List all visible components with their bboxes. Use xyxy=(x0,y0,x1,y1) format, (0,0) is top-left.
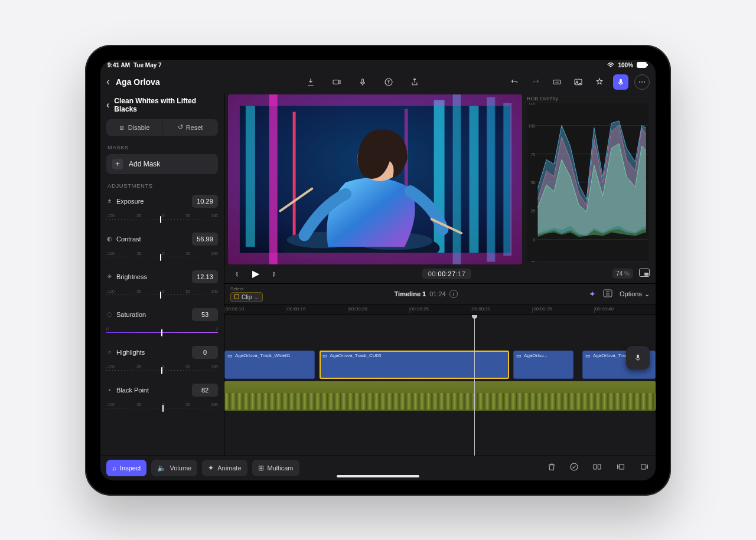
clip-label: AgaOrlova_Track_CU03 xyxy=(330,353,382,358)
scope-chart[interactable]: 1201007550250-20 xyxy=(527,103,649,262)
svg-text:75: 75 xyxy=(530,151,535,156)
undo-icon[interactable] xyxy=(507,74,522,90)
ruler-tick: 00:00:25 xyxy=(410,306,429,312)
effects-icon[interactable] xyxy=(592,74,607,90)
titles-icon[interactable] xyxy=(381,74,396,90)
camera-icon[interactable] xyxy=(329,74,344,90)
trim-end-icon[interactable] xyxy=(639,462,650,474)
tab-volume[interactable]: 🔈Volume xyxy=(151,460,197,476)
adjust-value[interactable]: 12.13 xyxy=(192,270,218,283)
adjustment-highlights: ○Highlights0-100-50050100 xyxy=(100,342,224,380)
svg-text:-20: -20 xyxy=(529,260,535,262)
import-icon[interactable] xyxy=(303,74,318,90)
svg-point-46 xyxy=(571,463,578,470)
svg-rect-49 xyxy=(619,464,624,469)
delete-icon[interactable] xyxy=(547,462,556,474)
svg-rect-2 xyxy=(333,80,338,84)
pip-icon[interactable] xyxy=(639,269,650,279)
adjust-slider[interactable]: -100-50050100 xyxy=(106,289,218,302)
timeline-options[interactable]: Options ⌄ xyxy=(620,290,650,298)
share-icon[interactable] xyxy=(407,74,422,90)
tab-inspect[interactable]: ⌕Inspect xyxy=(106,460,146,476)
timeline-clip[interactable]: ▭AgaOrlova_Track_Wide01 xyxy=(224,351,315,379)
adjust-slider[interactable]: -100-50050100 xyxy=(106,365,218,378)
enable-clip-icon[interactable] xyxy=(569,462,579,474)
zoom-display[interactable]: 74 % xyxy=(612,269,633,279)
media-icon[interactable] xyxy=(571,74,586,90)
back-button[interactable]: ‹ xyxy=(106,76,110,88)
adjustment-exposure: ±Exposure10.29-100-50050100 xyxy=(100,191,224,229)
adjust-value[interactable]: 0 xyxy=(192,346,218,359)
svg-rect-43 xyxy=(644,273,649,276)
adjust-slider[interactable]: -100-50050100 xyxy=(106,251,218,264)
playhead[interactable] xyxy=(474,315,475,456)
timeline-info-icon[interactable]: i xyxy=(449,290,458,298)
masks-section-label: MASKS xyxy=(100,142,224,153)
status-time: 9:41 AM xyxy=(107,62,130,68)
adjust-slider[interactable]: -100-50050100 xyxy=(106,402,218,415)
select-mode-label: Select xyxy=(230,286,263,292)
svg-rect-3 xyxy=(362,78,364,83)
svg-rect-1 xyxy=(647,64,648,66)
timeline-ruler[interactable]: 00:00:1000:00:1500:00:2000:00:2500:00:30… xyxy=(224,305,656,315)
timeline-duration: 01:24 xyxy=(429,290,446,297)
adjust-value[interactable]: 10.29 xyxy=(192,195,218,208)
redo-icon[interactable] xyxy=(528,74,543,90)
inspector-back-button[interactable]: ‹ xyxy=(106,100,109,110)
more-icon[interactable]: ⋯ xyxy=(634,74,650,90)
timeline-clip[interactable]: ▭AgaOrlova_Track_CU03 xyxy=(320,351,509,379)
svg-rect-48 xyxy=(598,464,601,469)
battery-percent: 100% xyxy=(618,62,633,68)
volume-icon: 🔈 xyxy=(157,464,166,472)
timeline-name: Timeline 1 xyxy=(395,290,426,297)
play-button[interactable]: ▶ xyxy=(249,267,262,280)
adjust-label: Exposure xyxy=(116,198,144,205)
adjustment-black-point: ▪Black Point82-100-50050100 xyxy=(100,380,224,418)
audio-clip[interactable] xyxy=(224,381,656,411)
plus-icon: + xyxy=(112,159,123,169)
app-header: ‹ Aga Orlova ⋯ xyxy=(100,71,656,93)
timeline-body[interactable]: ▭AgaOrlova_Track_Wide01▭AgaOrlova_Track_… xyxy=(224,315,656,456)
prev-frame-button[interactable]: ⦉ xyxy=(230,267,243,280)
project-title: Aga Orlova xyxy=(116,77,160,87)
video-viewer[interactable] xyxy=(228,94,522,264)
record-button[interactable] xyxy=(626,346,650,369)
tab-multicam[interactable]: ⊞Multicam xyxy=(252,460,299,476)
adjust-icon: ± xyxy=(106,198,113,204)
split-clip-icon[interactable] xyxy=(592,462,602,474)
svg-text:50: 50 xyxy=(530,180,535,185)
trim-start-icon[interactable] xyxy=(615,462,626,474)
adjust-icon: ◐ xyxy=(106,235,113,242)
transport-bar: ⦉ ▶ ⦊ 00:00:27:17 74 % xyxy=(224,264,656,283)
select-mode-chip[interactable]: Clip ⌄ xyxy=(230,292,263,302)
adjust-value[interactable]: 82 xyxy=(192,384,218,397)
adjust-label: Black Point xyxy=(116,387,149,394)
timecode-display[interactable]: 00:00:27:17 xyxy=(422,269,472,279)
wifi-icon xyxy=(607,62,614,69)
adjust-slider[interactable]: -100-50050100 xyxy=(106,214,218,227)
timeline-clip[interactable]: ▭AgaOrlov... xyxy=(513,351,573,379)
clip-video-icon: ▭ xyxy=(516,353,522,359)
reset-button[interactable]: ↺ Reset xyxy=(162,119,218,136)
next-frame-button[interactable]: ⦊ xyxy=(268,267,281,280)
voiceover-icon[interactable] xyxy=(355,74,370,90)
adjust-slider[interactable]: 012 xyxy=(106,327,218,340)
magnetic-icon[interactable]: ✦ xyxy=(589,289,596,299)
adjust-icon: ◌ xyxy=(106,311,113,318)
scope-title: RGB Overlay xyxy=(527,96,649,102)
clip-label: AgaOrlov... xyxy=(524,353,547,358)
svg-rect-0 xyxy=(637,62,647,67)
keyboard-icon[interactable] xyxy=(549,74,565,90)
tool-icon[interactable] xyxy=(603,289,612,299)
adjust-label: Highlights xyxy=(116,349,145,356)
adjust-value[interactable]: 56.99 xyxy=(192,233,218,246)
adjustments-section-label: ADJUSTMENTS xyxy=(100,180,224,191)
tab-animate[interactable]: ✦Animate xyxy=(202,460,247,476)
voice-ai-icon[interactable] xyxy=(613,74,628,90)
add-mask-button[interactable]: + Add Mask xyxy=(106,154,218,174)
disable-button[interactable]: ⦻ Disable xyxy=(106,119,162,136)
clip-chip-icon xyxy=(234,294,239,299)
chevron-down-icon: ⌄ xyxy=(644,290,650,298)
home-indicator[interactable] xyxy=(337,475,419,477)
adjust-value[interactable]: 53 xyxy=(192,308,218,321)
